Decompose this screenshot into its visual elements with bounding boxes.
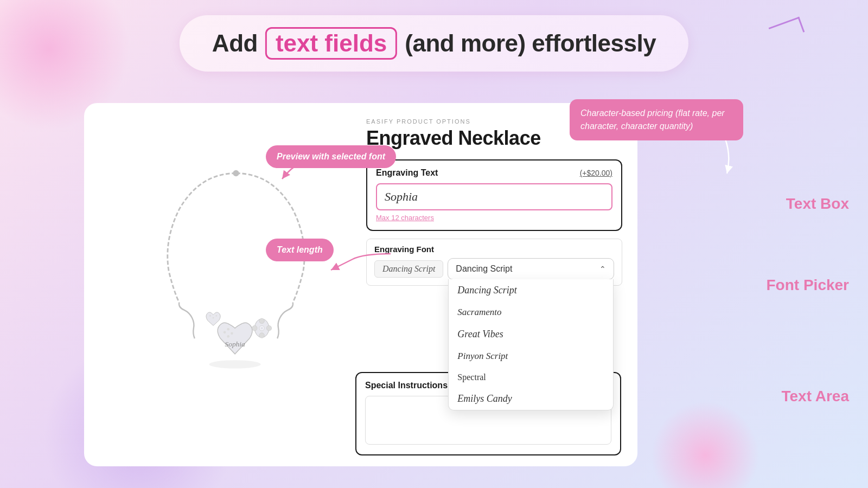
font-option-box: Engraving Font Dancing Script Dancing Sc… [366,239,622,286]
svg-point-7 [259,318,265,324]
callout-text-area: Text Area [782,388,850,405]
char-pricing-text: Character-based pricing (flat rate, per … [580,108,725,131]
font-label: Engraving Font [374,245,614,254]
char-pricing-callout: Character-based pricing (flat rate, per … [570,99,743,140]
svg-point-10 [266,325,272,331]
callout-text-length: Text length [266,239,334,261]
callout-preview-font: Preview with selected font [266,145,396,168]
font-option-sacramento[interactable]: Sacramento [449,301,613,323]
font-option-emilys-candy[interactable]: Emilys Candy [449,388,613,410]
engraving-input[interactable] [376,183,612,210]
header-suffix: (and more) effortlessly [405,30,656,57]
header-highlight: text fields [265,27,397,60]
svg-point-15 [215,315,217,317]
font-option-great-vibes[interactable]: Great Vibes [449,323,613,345]
deco-line [769,17,805,43]
blob-decoration-br [651,401,760,488]
engraving-header: Engraving Text (+$20.00) [376,168,612,178]
engraving-label: Engraving Text [376,168,438,178]
preview-font-pill: Preview with selected font [266,145,396,168]
svg-point-9 [252,325,258,331]
max-chars: Max 12 characters [376,214,434,222]
callout-font-picker: Font Picker [767,277,849,294]
necklace-image: Sophia [149,168,323,385]
svg-point-8 [259,333,265,338]
svg-point-1 [224,331,226,333]
text-area-label: Text Area [782,388,850,404]
svg-point-3 [231,332,233,335]
font-preview-pill: Dancing Script [374,260,443,278]
svg-point-16 [209,360,260,368]
svg-point-2 [227,328,229,331]
callout-text-box: Text Box [786,195,849,213]
text-length-pill: Text length [266,239,334,261]
svg-point-4 [227,335,229,338]
svg-point-0 [233,170,239,176]
font-picker-label: Font Picker [767,277,849,293]
dropdown-selected: Dancing Script [456,264,512,274]
svg-point-12 [261,327,263,329]
font-option-spectral[interactable]: Spectral [449,367,613,388]
font-option-dancing-script[interactable]: Dancing Script [449,279,613,301]
chevron-up-icon: ⌃ [599,265,606,273]
font-dropdown[interactable]: Dancing Script ⌃ Dancing Script Sacramen… [448,258,614,280]
svg-point-13 [209,315,211,317]
dropdown-header[interactable]: Dancing Script ⌃ [448,259,614,279]
header-prefix: Add [212,30,258,57]
font-dropdown-list: Dancing Script Sacramento Great Vibes Pi… [448,279,614,410]
header-banner: Add text fields (and more) effortlessly [180,15,688,72]
svg-text:Sophia: Sophia [225,340,245,348]
text-box-label: Text Box [786,195,849,212]
font-option-pinyon-script[interactable]: Pinyon Script [449,345,613,367]
svg-point-14 [213,317,214,319]
engraving-option-box: Engraving Text (+$20.00) Max 12 characte… [366,159,622,231]
engraving-price: (+$20.00) [580,169,612,177]
font-select-row: Dancing Script Dancing Script ⌃ Dancing … [374,258,614,280]
